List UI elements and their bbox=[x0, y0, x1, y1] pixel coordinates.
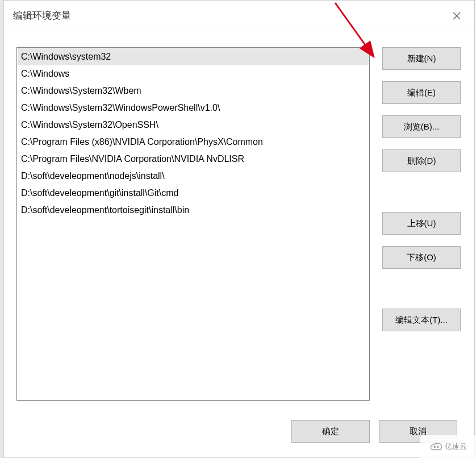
list-item[interactable]: C:\Program Files\NVIDIA Corporation\NVID… bbox=[18, 151, 369, 168]
new-button[interactable]: 新建(N) bbox=[382, 47, 461, 70]
edit-button[interactable]: 编辑(E) bbox=[382, 81, 461, 104]
list-item[interactable]: C:\Windows bbox=[18, 65, 369, 82]
list-item[interactable]: C:\Windows\System32\WindowsPowerShell\v1… bbox=[18, 99, 369, 116]
svg-point-5 bbox=[437, 447, 439, 448]
close-button[interactable] bbox=[448, 7, 465, 24]
cloud-icon bbox=[430, 442, 442, 451]
edit-text-button[interactable]: 编辑文本(T)... bbox=[382, 309, 461, 331]
close-icon bbox=[453, 12, 461, 20]
list-item[interactable]: D:\soft\develeopment\nodejs\install\ bbox=[18, 168, 369, 185]
dialog-content: C:\Windows\system32C:\WindowsC:\Windows\… bbox=[4, 31, 474, 414]
button-gap bbox=[382, 280, 462, 297]
side-button-column: 新建(N) 编辑(E) 浏览(B)... 删除(D) 上移(U) 下移(O) 编… bbox=[382, 47, 462, 402]
path-listbox[interactable]: C:\Windows\system32C:\WindowsC:\Windows\… bbox=[16, 47, 370, 401]
env-var-dialog: 编辑环境变量 C:\Windows\system32C:\WindowsC:\W… bbox=[3, 0, 475, 458]
ok-button[interactable]: 确定 bbox=[291, 420, 370, 443]
move-up-button[interactable]: 上移(U) bbox=[382, 212, 461, 235]
move-down-button[interactable]: 下移(O) bbox=[382, 246, 461, 269]
button-gap bbox=[382, 184, 462, 201]
list-item[interactable]: C:\Windows\System32\Wbem bbox=[18, 82, 369, 99]
watermark-text: 亿速云 bbox=[445, 442, 467, 452]
dialog-title: 编辑环境变量 bbox=[13, 9, 71, 22]
dialog-footer: 确定 取消 bbox=[4, 414, 474, 457]
watermark: 亿速云 bbox=[420, 435, 476, 458]
delete-button[interactable]: 删除(D) bbox=[382, 149, 461, 172]
list-item[interactable]: C:\Program Files (x86)\NVIDIA Corporatio… bbox=[18, 134, 369, 151]
list-item[interactable]: D:\soft\develeopment\tortoisegit\install… bbox=[18, 202, 369, 219]
list-item[interactable]: D:\soft\develeopment\git\install\Git\cmd bbox=[18, 185, 369, 202]
list-item[interactable]: C:\Windows\system32 bbox=[18, 48, 369, 65]
browse-button[interactable]: 浏览(B)... bbox=[382, 115, 461, 138]
svg-point-4 bbox=[433, 447, 435, 448]
titlebar: 编辑环境变量 bbox=[4, 1, 474, 31]
list-item[interactable]: C:\Windows\System32\OpenSSH\ bbox=[18, 116, 369, 134]
